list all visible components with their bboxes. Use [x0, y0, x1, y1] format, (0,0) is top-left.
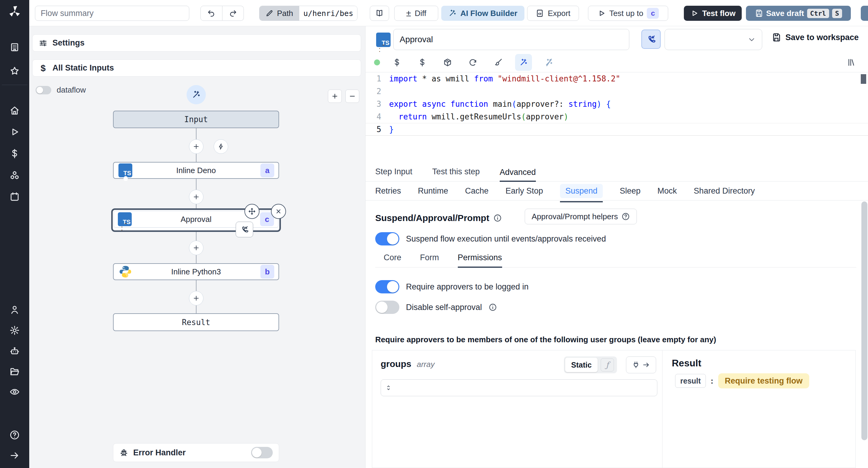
tab-step-input[interactable]: Step Input	[375, 167, 412, 181]
static-mode-button[interactable]: Static	[565, 358, 598, 372]
insert-step-button[interactable]	[189, 291, 204, 305]
dataflow-toggle[interactable]	[36, 86, 51, 94]
flow-node-inline-python3[interactable]: Inline Python3 b	[113, 263, 279, 280]
settings-gear-icon[interactable]	[9, 325, 20, 335]
move-step-button[interactable]	[244, 204, 259, 219]
tab-test-this-step[interactable]: Test this step	[432, 167, 480, 181]
zoom-out-button[interactable]	[345, 90, 359, 103]
editor-scrollbar-thumb[interactable]	[861, 74, 866, 84]
flow-node-result[interactable]: Result	[113, 313, 279, 331]
ai-builder-wand-button[interactable]	[187, 85, 206, 104]
tab-permissions[interactable]: Permissions	[458, 253, 502, 268]
error-handler-toggle[interactable]	[251, 447, 273, 458]
redo-button[interactable]	[222, 6, 244, 21]
flow-settings-row[interactable]: Settings	[32, 34, 361, 52]
test-up-to-button[interactable]: Test up toc	[588, 6, 668, 21]
editor-line[interactable]: 1import * as wmill from "windmill-client…	[366, 72, 868, 85]
step-name-input[interactable]	[393, 29, 629, 50]
tab-suspend[interactable]: Suspend	[560, 184, 603, 198]
resources-cubes-icon[interactable]	[9, 170, 20, 181]
tab-mock[interactable]: Mock	[657, 184, 677, 198]
deploy-button-cut[interactable]	[861, 6, 868, 21]
line-number: 5	[366, 125, 389, 134]
format-brush-icon[interactable]	[490, 54, 507, 71]
test-flow-button[interactable]: Test flow	[684, 6, 742, 21]
groups-array-input[interactable]	[381, 379, 657, 396]
users-icon[interactable]	[9, 304, 20, 315]
package-icon[interactable]	[439, 54, 456, 71]
docs-book-button[interactable]	[370, 6, 389, 21]
library-panel-icon[interactable]	[843, 54, 860, 71]
tab-early-stop[interactable]: Early Stop	[505, 184, 543, 198]
info-icon[interactable]	[489, 303, 497, 312]
all-static-inputs-row[interactable]: $ All Static Inputs	[32, 59, 361, 77]
runs-play-icon[interactable]	[9, 127, 20, 137]
disable-self-approval-toggle[interactable]	[375, 301, 399, 314]
tab-core[interactable]: Core	[384, 253, 401, 267]
home-icon[interactable]	[9, 105, 20, 116]
flow-node-input[interactable]: Input	[113, 111, 279, 128]
line-number: 4	[366, 112, 389, 121]
editor-line[interactable]: 3export async function main(approver?: s…	[366, 98, 868, 110]
suspend-execution-toggle[interactable]	[375, 232, 399, 245]
diff-button[interactable]: ±Diff	[394, 6, 438, 21]
panel-scrollbar-thumb[interactable]	[861, 201, 867, 440]
info-icon[interactable]	[493, 214, 502, 222]
approval-prompt-helpers-button[interactable]: Approval/Prompt helpers	[525, 209, 637, 224]
workers-robot-icon[interactable]	[9, 346, 20, 356]
tab-form[interactable]: Form	[420, 253, 439, 267]
insert-trigger-button[interactable]	[214, 139, 228, 154]
editor-line[interactable]: 4 return wmill.getResumeUrls(approver)	[366, 110, 868, 123]
folders-icon[interactable]	[9, 367, 20, 377]
editor-line[interactable]: 2	[366, 85, 868, 98]
error-handler-row[interactable]: Error Handler	[113, 443, 279, 462]
connect-input-button[interactable]	[626, 356, 656, 373]
insert-step-button[interactable]	[189, 139, 204, 154]
insert-step-button[interactable]	[189, 190, 204, 204]
workspace-apps-icon[interactable]	[9, 42, 20, 53]
ai-assistant-off-icon[interactable]	[540, 54, 557, 71]
insert-step-button[interactable]	[189, 241, 204, 255]
help-icon[interactable]	[9, 430, 20, 440]
approval-phone-badge[interactable]	[236, 222, 253, 237]
undo-button[interactable]	[200, 6, 222, 21]
path-button[interactable]: Path u/henri/bes	[259, 6, 358, 21]
editor-line[interactable]: 5}	[366, 123, 868, 136]
play-icon	[597, 9, 606, 18]
delete-step-button[interactable]	[271, 204, 286, 219]
code-editor[interactable]: 1import * as wmill from "windmill-client…	[366, 72, 868, 165]
windmill-logo-icon[interactable]	[7, 5, 22, 19]
tab-cache[interactable]: Cache	[465, 184, 489, 198]
tab-retries[interactable]: Retries	[375, 184, 401, 198]
require-login-toggle[interactable]	[375, 280, 399, 293]
suspend-toggle-label: Suspend flow execution until events/appr…	[406, 234, 606, 244]
javascript-expression-button[interactable]: ƒ	[601, 358, 614, 372]
audit-eye-icon[interactable]	[9, 387, 20, 397]
save-draft-button[interactable]: Save draftCtrlS	[746, 6, 851, 21]
save-to-workspace-button[interactable]: Save to workspace	[772, 33, 859, 42]
export-button[interactable]: Export	[527, 6, 579, 21]
ai-flow-builder-button[interactable]: AI Flow Builder	[441, 6, 524, 21]
collapse-arrow-icon[interactable]	[9, 450, 20, 461]
variables-dollar-icon[interactable]	[389, 54, 405, 71]
suspend-phone-indicator-button[interactable]	[641, 30, 661, 49]
ai-assistant-wand-icon[interactable]	[515, 54, 532, 71]
favorites-star-icon[interactable]	[9, 66, 20, 76]
result-row: result : Require testing flow	[675, 373, 809, 388]
script-tag-select[interactable]	[664, 29, 762, 50]
tab-runtime[interactable]: Runtime	[418, 184, 448, 198]
schedules-calendar-icon[interactable]	[9, 192, 20, 202]
error-handler-label: Error Handler	[133, 448, 186, 458]
tab-shared-directory[interactable]: Shared Directory	[694, 184, 755, 198]
resources-dollar-icon[interactable]	[414, 54, 431, 71]
tab-advanced[interactable]: Advanced	[500, 168, 536, 182]
flow-node-inline-deno[interactable]: TS Inline Deno a	[113, 162, 279, 179]
variables-dollar-icon[interactable]	[9, 148, 20, 159]
zoom-in-button[interactable]	[328, 90, 342, 103]
tab-sleep[interactable]: Sleep	[620, 184, 641, 198]
result-key-chip[interactable]: result	[675, 374, 706, 388]
suspend-toggle-row: Suspend flow execution until events/appr…	[375, 232, 606, 245]
wand-icon	[448, 9, 457, 18]
flow-summary-input[interactable]	[35, 6, 189, 21]
reset-refresh-icon[interactable]	[464, 54, 481, 71]
